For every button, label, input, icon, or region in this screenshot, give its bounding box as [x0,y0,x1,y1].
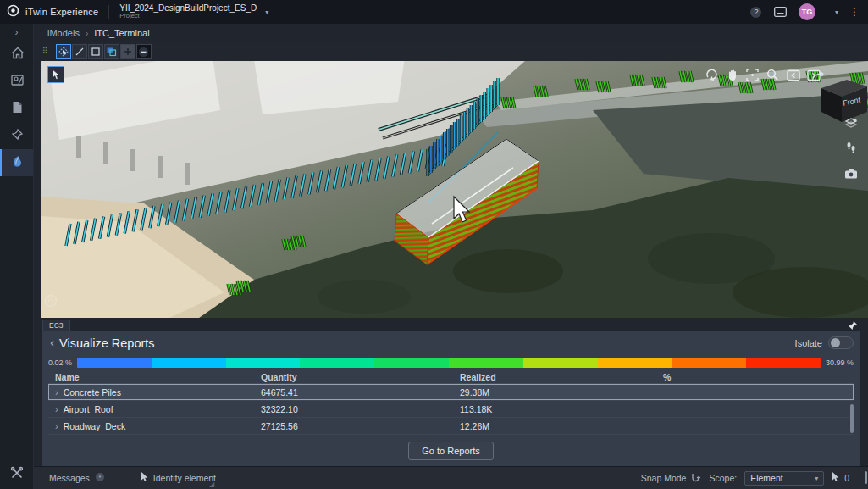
project-caret-icon[interactable]: ▾ [265,8,268,16]
active-tool-indicator: Identify element [141,472,216,484]
go-to-reports-button[interactable]: Go to Reports [408,442,493,460]
fit-view-icon[interactable] [745,68,760,82]
tool-prompt: Identify element [153,473,216,483]
feedback-icon[interactable] [774,5,788,19]
messages-button[interactable]: Messages [49,472,105,484]
column-realized: Realized [453,372,656,382]
row-name: Airport_Roof [64,404,113,414]
sidebar-item-pin[interactable] [0,122,33,149]
previous-view-icon[interactable] [786,68,800,82]
sidebar-item-map[interactable] [0,68,33,95]
bottom-panel: EC3 ‹ Visualize Reports Isolate 0.02 % [34,318,868,466]
legend-gradient-bar [77,358,821,368]
project-selector[interactable]: YII_2024_DesignBuildProject_ES_D Project [119,3,257,19]
row-quantity: 27125.56 [254,421,453,431]
viewport-side-tools [843,115,858,181]
table-header: Name Quantity Realized % [48,370,854,384]
map-layers-icon[interactable] [843,115,858,130]
table-row[interactable]: › Airport_Roof 32322.10 113.18K [48,401,854,418]
sidebar-item-home[interactable] [0,41,33,68]
breadcrumb-current[interactable]: ITC_Terminal [94,28,149,38]
table-row[interactable]: › Roadway_Deck 27125.56 12.26M [48,418,854,435]
zoom-icon[interactable] [766,68,780,82]
visualize-reports-panel: ‹ Visualize Reports Isolate 0.02 % 30.99… [42,331,860,466]
table-body: › Concrete Piles 64675.41 29.38M › Airpo… [48,384,854,435]
column-quantity: Quantity [254,372,453,382]
breadcrumb-separator-icon: › [86,29,88,38]
view-navigation-toolbar [705,68,821,82]
row-expand-chevron-icon[interactable]: › [55,421,58,431]
back-chevron-icon[interactable]: ‹ [50,335,54,349]
project-name: YII_2024_DesignBuildProject_ES_D [119,3,257,13]
scope-label: Scope: [709,473,737,483]
help-icon[interactable]: ? [749,5,763,19]
color-legend: 0.02 % 30.99 % [48,355,854,370]
row-name: Concrete Piles [64,387,121,397]
app-title: iTwin Experience [25,7,98,17]
carbon-app-icon [11,154,24,171]
walk-footprints-icon[interactable] [843,141,858,155]
tab-ec3[interactable]: EC3 [42,320,70,331]
map-location-icon [11,74,24,90]
line-tool-button[interactable] [72,44,87,59]
avatar[interactable]: TG [799,3,815,20]
resize-grip-icon[interactable]: ◢ [209,481,214,488]
orbit-view-icon[interactable] [705,68,719,82]
scope-value: Element [750,473,783,483]
table-row[interactable]: › Concrete Piles 64675.41 29.38M [48,384,854,401]
row-quantity: 64675.41 [254,387,453,397]
itwin-logo-icon [7,4,19,20]
bentley-watermark-icon [44,294,58,311]
avatar-caret-icon[interactable]: ▾ [835,8,838,16]
top-bar: iTwin Experience YII_2024_DesignBuildPro… [0,0,868,24]
panel-tab-strip: EC3 [42,318,860,331]
statusbar-scroll-tick[interactable] [865,471,867,484]
sidebar-tools-button[interactable] [0,460,33,489]
legend-max-label: 30.99 % [826,358,854,367]
pin-icon [11,128,24,144]
kebab-menu-icon[interactable]: ⋮ [849,6,860,18]
app-brand: iTwin Experience [7,4,98,20]
remove-tool-button[interactable] [136,44,152,59]
breadcrumb: iModels › ITC_Terminal [34,24,868,42]
scope-select[interactable]: Element ▾ [744,471,824,486]
breadcrumb-imodels[interactable]: iModels [47,28,80,38]
row-name: Roadway_Deck [64,421,126,431]
row-expand-chevron-icon[interactable]: › [55,387,58,397]
sidebar-item-ec3-active[interactable] [0,149,33,176]
snap-mode-button[interactable]: Snap Mode [641,472,702,484]
camera-icon[interactable] [843,166,858,181]
row-expand-chevron-icon[interactable]: › [55,404,58,414]
rectangle-tool-button[interactable] [88,44,103,59]
sidebar-expand-chevron-icon[interactable]: › [0,24,33,41]
scope-caret-icon: ▾ [815,475,818,482]
column-name: Name [48,372,254,382]
pan-hand-icon[interactable] [725,68,739,82]
row-realized: 29.38M [453,387,656,397]
overlap-squares-tool-button[interactable] [104,44,119,59]
toolbar-drag-handle[interactable]: ⠿ [42,48,49,54]
selection-count-value: 0 [844,473,849,483]
project-type-label: Project [119,13,257,19]
selection-cursor-icon [832,472,839,484]
left-sidebar: › [0,24,34,489]
viewport-3d[interactable]: Front [41,61,868,318]
column-percent: % [656,372,854,382]
sidebar-item-documents[interactable] [0,95,33,122]
add-tool-button[interactable] [120,44,135,59]
messages-label: Messages [49,473,90,483]
view-cube[interactable]: Front [810,69,868,125]
table-scrollbar[interactable] [850,404,854,433]
snap-mode-label: Snap Mode [641,473,687,483]
messages-bubble-icon [95,472,105,484]
identify-cursor-icon [141,472,148,484]
isolate-toggle[interactable] [828,336,854,349]
panel-title: Visualize Reports [59,336,155,350]
row-realized: 113.18K [453,404,656,414]
selection-count: 0 [832,472,849,484]
snap-mode-icon [691,472,701,484]
select-element-tool-button[interactable] [56,44,71,59]
viewport-toolbar: ⠿ [34,42,868,61]
select-arrow-button[interactable] [47,66,64,83]
pin-panel-icon[interactable] [848,319,858,334]
